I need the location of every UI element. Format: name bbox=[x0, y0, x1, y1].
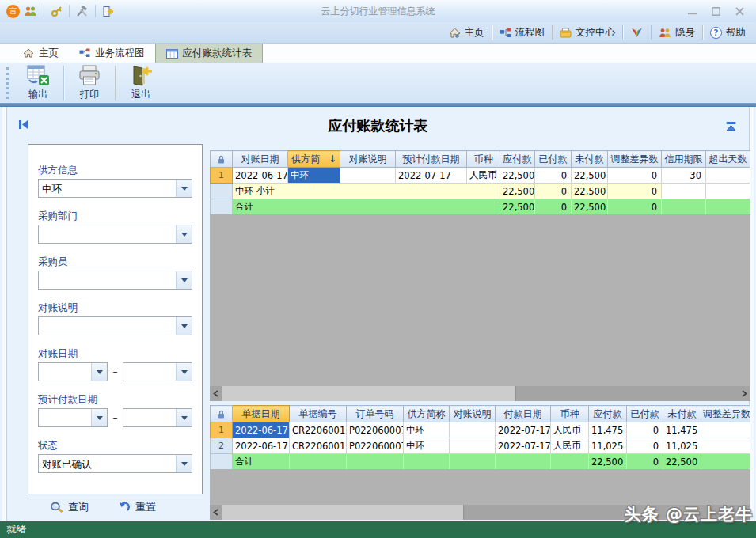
col-doc-no[interactable]: 单据编号 bbox=[290, 406, 347, 422]
cell-adjust-diff[interactable] bbox=[701, 438, 750, 454]
col-supplier-sorted[interactable]: 供方简↓ bbox=[288, 151, 340, 168]
key-icon[interactable] bbox=[51, 6, 63, 17]
total-payable[interactable]: 22,500 bbox=[589, 454, 627, 470]
expect-pay-date-to-select[interactable] bbox=[123, 408, 192, 427]
tab-business-flow[interactable]: 业务流程图 bbox=[69, 44, 155, 63]
expect-pay-date-from-select[interactable] bbox=[38, 408, 108, 427]
purchase-dept-filter-select[interactable] bbox=[38, 225, 192, 244]
scroll-left-icon[interactable] bbox=[210, 386, 222, 401]
cell-recon-note[interactable] bbox=[450, 422, 496, 438]
recon-note-filter-select[interactable] bbox=[38, 316, 192, 335]
col-overdue-days[interactable]: 超出天数 bbox=[706, 151, 750, 168]
collapse-left-icon[interactable] bbox=[17, 119, 29, 131]
minimize-button[interactable] bbox=[686, 6, 697, 16]
row-number[interactable]: 2 bbox=[211, 438, 233, 454]
row-number[interactable] bbox=[211, 454, 233, 470]
menu-home[interactable]: 主页 bbox=[442, 24, 492, 41]
scrollbar-track[interactable] bbox=[516, 386, 739, 401]
cell-paid[interactable]: 0 bbox=[535, 168, 572, 184]
toolbar-grip[interactable] bbox=[6, 67, 9, 99]
chevron-down-icon[interactable] bbox=[176, 409, 192, 426]
cell-supplier[interactable]: 中环 bbox=[404, 438, 450, 454]
cell-payable[interactable]: 11,025 bbox=[589, 438, 627, 454]
col-paid[interactable]: 已付款 bbox=[627, 406, 663, 422]
cell-recon-note[interactable] bbox=[340, 168, 396, 184]
export-button[interactable]: 输出 bbox=[15, 65, 61, 101]
close-button[interactable] bbox=[734, 6, 745, 16]
cell-payable[interactable]: 22,500 bbox=[500, 168, 535, 184]
cell-supplier-selected[interactable]: 中环 bbox=[288, 168, 340, 184]
users-icon[interactable] bbox=[24, 6, 37, 17]
supplier-filter-select[interactable]: 中环 bbox=[38, 179, 192, 198]
collapse-up-icon[interactable] bbox=[725, 121, 737, 131]
cell-unpaid[interactable]: 11,025 bbox=[663, 438, 701, 454]
col-unpaid[interactable]: 未付款 bbox=[572, 151, 608, 168]
print-button[interactable]: 打印 bbox=[66, 65, 112, 101]
tab-payable-report[interactable]: 应付账款统计表 bbox=[155, 44, 264, 63]
scrollbar-thumb[interactable] bbox=[222, 386, 516, 401]
scroll-left-icon[interactable] bbox=[210, 505, 222, 520]
col-doc-date-sorted[interactable]: 单据日期 bbox=[233, 406, 290, 422]
cell-expect-pay-date[interactable]: 2022-07-17 bbox=[396, 168, 467, 184]
chevron-down-icon[interactable] bbox=[176, 180, 192, 197]
scrollbar-thumb[interactable] bbox=[222, 505, 464, 520]
cell-paid[interactable]: 0 bbox=[627, 438, 663, 454]
col-recon-note[interactable]: 对账说明 bbox=[340, 151, 396, 168]
col-recon-note[interactable]: 对账说明 bbox=[450, 406, 496, 422]
cell-recon-date[interactable]: 2022-06-17 bbox=[233, 168, 288, 184]
chevron-down-icon[interactable] bbox=[176, 317, 192, 335]
total-label[interactable]: 合计 bbox=[233, 454, 290, 470]
chevron-down-icon[interactable] bbox=[176, 225, 192, 243]
cell-adjust-diff[interactable]: 0 bbox=[608, 168, 662, 184]
tab-home[interactable]: 主页 bbox=[13, 44, 69, 63]
menu-flowchart[interactable]: 流程图 bbox=[492, 24, 553, 41]
col-credit-days[interactable]: 信用期限 bbox=[662, 151, 706, 168]
total-paid[interactable]: 0 bbox=[535, 199, 572, 215]
menu-butterfly[interactable] bbox=[623, 24, 651, 41]
total-unpaid[interactable]: 22,500 bbox=[663, 454, 701, 470]
cell-supplier[interactable]: 中环 bbox=[404, 422, 450, 438]
col-expect-pay-date[interactable]: 预计付款日期 bbox=[396, 151, 467, 168]
recon-date-from-select[interactable] bbox=[38, 362, 108, 381]
total-paid[interactable]: 0 bbox=[627, 454, 663, 470]
cell-adjust-diff[interactable] bbox=[701, 422, 750, 438]
tools-icon[interactable] bbox=[76, 6, 89, 17]
chevron-down-icon[interactable] bbox=[176, 271, 192, 289]
cell-overdue-days[interactable] bbox=[706, 168, 750, 184]
total-supplier[interactable] bbox=[404, 454, 450, 470]
subtotal-payable[interactable]: 22,500 bbox=[500, 184, 535, 199]
cell-unpaid[interactable]: 22,500 bbox=[572, 168, 608, 184]
col-unpaid[interactable]: 未付款 bbox=[663, 406, 701, 422]
subtotal-credit-days[interactable] bbox=[662, 184, 706, 199]
scroll-right-icon[interactable] bbox=[739, 386, 750, 401]
total-label[interactable]: 合计 bbox=[233, 199, 500, 215]
cell-doc-no[interactable]: CR22060015 bbox=[290, 438, 347, 454]
subtotal-paid[interactable]: 0 bbox=[535, 184, 572, 199]
cell-unpaid[interactable]: 11,475 bbox=[663, 422, 701, 438]
cell-order-no[interactable]: P022060007 bbox=[347, 422, 404, 438]
total-recon-note[interactable] bbox=[450, 454, 496, 470]
row-number[interactable] bbox=[211, 184, 233, 199]
query-button[interactable]: 查询 bbox=[50, 500, 89, 514]
chevron-down-icon[interactable] bbox=[91, 409, 107, 426]
status-filter-select[interactable]: 对账已确认 bbox=[38, 454, 192, 473]
col-recon-date[interactable]: 对账日期 bbox=[233, 151, 288, 168]
cell-payable[interactable]: 11,475 bbox=[589, 422, 627, 438]
total-pay-date[interactable] bbox=[496, 454, 551, 470]
total-payable[interactable]: 22,500 bbox=[500, 199, 535, 215]
cell-currency[interactable]: 人民币 bbox=[467, 168, 500, 184]
cell-recon-note[interactable] bbox=[450, 438, 496, 454]
col-payable[interactable]: 应付款 bbox=[589, 406, 627, 422]
col-currency[interactable]: 币种 bbox=[551, 406, 589, 422]
cell-credit-days[interactable]: 30 bbox=[662, 168, 706, 184]
lock-column-header[interactable] bbox=[211, 406, 233, 422]
total-currency[interactable] bbox=[551, 454, 589, 470]
maximize-button[interactable] bbox=[710, 6, 721, 16]
total-credit-days[interactable] bbox=[662, 199, 706, 215]
menu-stealth[interactable]: 隐身 bbox=[652, 24, 702, 41]
menu-help[interactable]: ? 帮助 bbox=[703, 24, 753, 41]
subtotal-label[interactable]: 中环 小计 bbox=[233, 184, 500, 199]
subtotal-unpaid[interactable]: 22,500 bbox=[572, 184, 608, 199]
total-adjust-diff[interactable]: 0 bbox=[608, 199, 662, 215]
app-logo-icon[interactable]: 言 bbox=[6, 5, 20, 18]
